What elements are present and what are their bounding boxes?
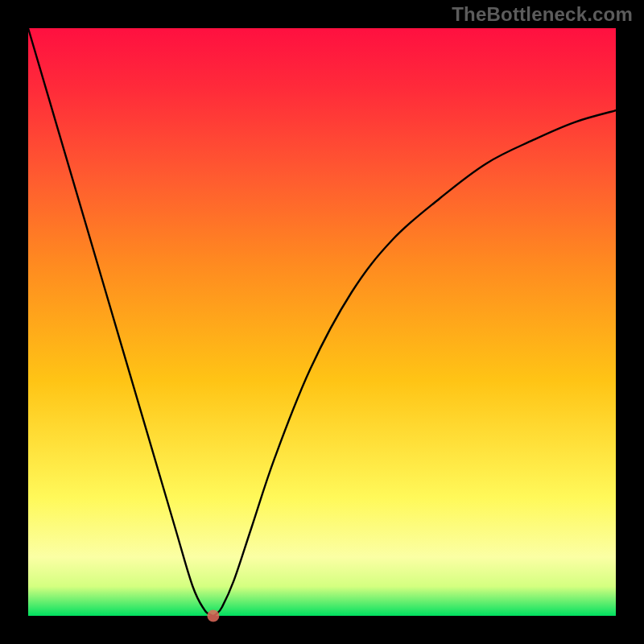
curve-layer [28, 28, 616, 616]
chart-frame: TheBottleneck.com [0, 0, 644, 644]
watermark-text: TheBottleneck.com [452, 3, 633, 26]
plot-area [28, 28, 616, 616]
bottleneck-curve [28, 28, 616, 616]
optimum-marker-icon [207, 610, 219, 622]
